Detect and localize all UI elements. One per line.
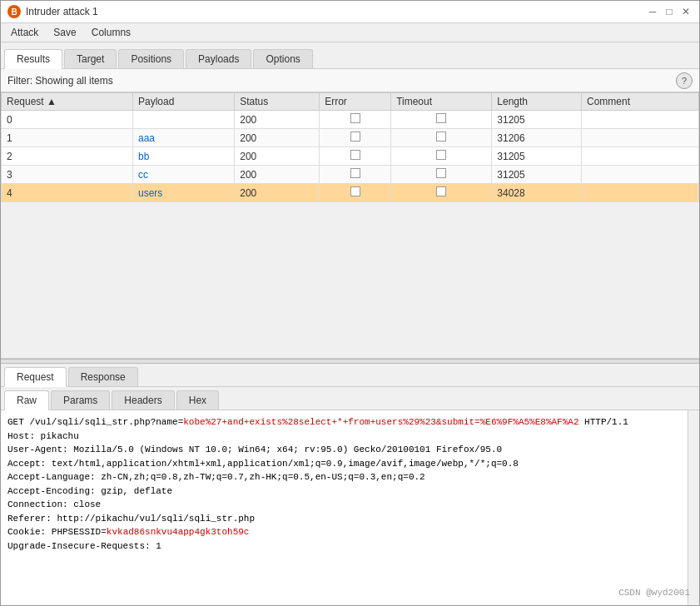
checkbox[interactable] [350, 168, 360, 178]
cell-timeout [391, 166, 492, 184]
cell-status: 200 [235, 111, 320, 129]
col-error[interactable]: Error [320, 93, 391, 111]
payload-link[interactable]: cc [138, 169, 148, 181]
tab-hex[interactable]: Hex [176, 390, 219, 410]
payload-link[interactable]: users [138, 187, 162, 199]
cookie-prefix: Cookie: PHPSESSID= [7, 527, 107, 537]
tab-request[interactable]: Request [4, 367, 67, 387]
checkbox[interactable] [350, 132, 360, 142]
cell-comment [582, 166, 699, 184]
cell-comment [582, 147, 699, 166]
menu-columns[interactable]: Columns [85, 25, 137, 40]
table-row[interactable]: 3cc20031205 [2, 166, 699, 184]
col-status[interactable]: Status [235, 93, 320, 111]
tab-target[interactable]: Target [64, 49, 117, 68]
tab-options[interactable]: Options [253, 49, 312, 68]
cell-length: 31205 [492, 111, 582, 129]
payload-link[interactable]: bb [138, 151, 149, 162]
cell-request: 3 [2, 166, 133, 184]
request-line-3: User-Agent: Mozilla/5.0 (Windows NT 10.0… [7, 443, 681, 457]
cell-status: 200 [235, 147, 320, 166]
tab-payloads[interactable]: Payloads [186, 49, 251, 68]
menu-attack[interactable]: Attack [4, 25, 45, 40]
top-section: Results Target Positions Payloads Option… [1, 42, 699, 359]
cell-status: 200 [235, 166, 320, 184]
checkbox[interactable] [350, 113, 360, 123]
app-icon: B [7, 5, 21, 18]
cell-error [320, 184, 391, 202]
checkbox[interactable] [436, 186, 446, 196]
bottom-panel: Request Response Raw Params Headers Hex … [1, 364, 699, 605]
watermark: CSDN @wyd2001 [618, 586, 688, 600]
scrollbar[interactable] [688, 410, 699, 605]
menu-bar: Attack Save Columns [1, 23, 699, 42]
cell-timeout [391, 147, 492, 166]
title-bar-left: B Intruder attack 1 [7, 5, 98, 18]
request-line1-prefix: GET /vul/sqli/sqli_str.php?name= [7, 417, 183, 427]
filter-bar: Filter: Showing all items ? [1, 69, 699, 92]
table-row[interactable]: 4users20034028 [2, 184, 699, 202]
checkbox[interactable] [350, 186, 360, 196]
tab-params[interactable]: Params [51, 390, 110, 410]
tab-headers[interactable]: Headers [112, 390, 174, 410]
cell-timeout [391, 111, 492, 129]
menu-save[interactable]: Save [47, 25, 82, 40]
col-payload[interactable]: Payload [133, 93, 235, 111]
cell-request: 2 [2, 147, 133, 166]
results-table[interactable]: Request ▲ Payload Status Error Timeout L… [1, 92, 699, 359]
request-line-7: Connection: close [7, 498, 681, 512]
title-bar-controls: ─ □ ✕ [646, 5, 693, 18]
main-tabs-bar: Results Target Positions Payloads Option… [1, 42, 699, 69]
cell-status: 200 [235, 129, 320, 147]
checkbox[interactable] [436, 113, 446, 123]
cell-length: 31206 [492, 129, 582, 147]
main-window: B Intruder attack 1 ─ □ ✕ Attack Save Co… [0, 0, 700, 606]
checkbox[interactable] [350, 150, 360, 160]
request-line-10: Upgrade-Insecure-Requests: 1 [7, 539, 681, 554]
tab-positions[interactable]: Positions [118, 49, 184, 68]
request-line-8: Referer: http://pikachu/vul/sqli/sqli_st… [7, 512, 681, 526]
cell-length: 31205 [492, 166, 582, 184]
cell-length: 34028 [492, 184, 582, 202]
cell-payload: users [133, 184, 235, 202]
maximize-button[interactable]: □ [663, 5, 676, 18]
cell-comment [582, 129, 699, 147]
cell-timeout [391, 184, 492, 202]
cell-length: 31205 [492, 147, 582, 166]
request-text: GET /vul/sqli/sqli_str.php?name=kobe%27+… [1, 410, 688, 605]
cookie-highlight: kvkad86snkvu4app4gk3toh59c [107, 527, 250, 537]
col-length[interactable]: Length [492, 93, 582, 111]
table-row[interactable]: 020031205 [2, 111, 699, 129]
cell-timeout [391, 129, 492, 147]
payload-link[interactable]: aaa [138, 132, 155, 144]
minimize-button[interactable]: ─ [646, 5, 659, 18]
request-line1-highlight: kobe%27+and+exists%28select+*+from+users… [183, 417, 578, 427]
table-row[interactable]: 1aaa20031206 [2, 129, 699, 147]
tab-raw[interactable]: Raw [4, 390, 49, 410]
checkbox[interactable] [436, 168, 446, 178]
table-row[interactable]: 2bb20031205 [2, 147, 699, 166]
close-button[interactable]: ✕ [679, 5, 693, 18]
bottom-tabs-bar: Request Response [1, 364, 699, 387]
tab-results[interactable]: Results [4, 49, 62, 69]
col-comment[interactable]: Comment [582, 93, 699, 111]
col-timeout[interactable]: Timeout [391, 93, 492, 111]
request-area: GET /vul/sqli/sqli_str.php?name=kobe%27+… [1, 410, 699, 605]
request-line-5: Accept-Language: zh-CN,zh;q=0.8,zh-TW;q=… [7, 470, 681, 484]
cell-error [320, 129, 391, 147]
help-button[interactable]: ? [676, 72, 693, 89]
cell-payload: bb [133, 147, 235, 166]
cell-comment [582, 111, 699, 129]
cell-error [320, 166, 391, 184]
request-line1-suffix: HTTP/1.1 [579, 417, 628, 427]
cell-payload: aaa [133, 129, 235, 147]
checkbox[interactable] [436, 150, 446, 160]
checkbox[interactable] [436, 132, 446, 142]
tab-response[interactable]: Response [68, 367, 138, 386]
col-request[interactable]: Request ▲ [2, 93, 133, 111]
title-bar: B Intruder attack 1 ─ □ ✕ [1, 1, 699, 23]
cell-request: 0 [2, 111, 133, 129]
request-line-2: Host: pikachu [7, 430, 681, 444]
cell-payload [133, 111, 235, 129]
cell-error [320, 111, 391, 129]
